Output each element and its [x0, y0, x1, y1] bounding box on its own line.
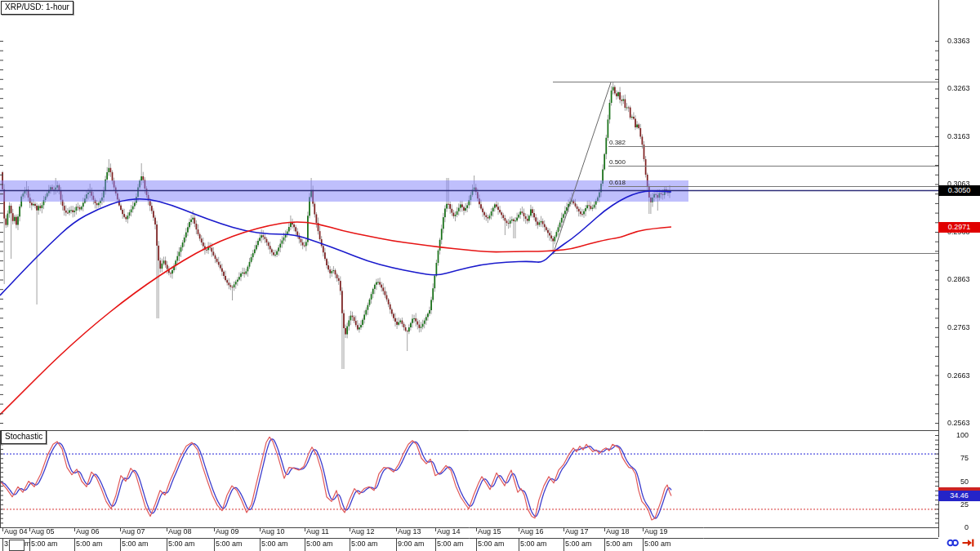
stoch-axis-label: 25 — [947, 500, 969, 509]
stoch-value-marker: 34.46 — [938, 491, 980, 501]
price-axis-label: 0.3363 — [947, 37, 970, 46]
indicator-label: Stochastic — [1, 430, 47, 444]
price-chart-canvas[interactable] — [0, 0, 980, 551]
time-label: 5:00 am — [644, 540, 671, 549]
date-label: Aug 14 — [437, 527, 461, 536]
chart-window: 0.33630.32630.31630.30630.29630.28630.27… — [0, 0, 980, 551]
time-label: 5:00 am — [306, 540, 333, 549]
stoch-axis-label: 75 — [947, 454, 969, 463]
date-label: Aug 08 — [168, 527, 192, 536]
time-label: 5:00 am — [606, 540, 633, 549]
time-label: 5:00 am — [565, 540, 592, 549]
time-label: 5:00 am — [261, 540, 288, 549]
date-label: Aug 13 — [398, 527, 421, 536]
date-label: Aug 17 — [565, 527, 589, 536]
date-label: Aug 07 — [122, 527, 145, 536]
date-label: Aug 10 — [261, 527, 285, 536]
date-label: Aug 16 — [520, 527, 544, 536]
price-axis-label: 0.2763 — [947, 323, 970, 332]
fib-level-label: 0.382 — [609, 139, 626, 146]
time-label: 5:00 am — [351, 540, 378, 549]
stoch-axis-label: 50 — [947, 478, 969, 487]
fib-level-label: 0.618 — [609, 179, 626, 186]
time-axis-handle[interactable] — [9, 540, 24, 551]
time-label: 5:00 am — [31, 540, 58, 549]
time-label: 5:00 am — [520, 540, 547, 549]
symbol-timeframe-label: XRP/USD: 1-hour — [1, 1, 74, 15]
time-label: 9:00 am — [398, 540, 425, 549]
scroll-to-latest-icon[interactable] — [962, 538, 974, 548]
date-label: Aug 19 — [644, 527, 668, 536]
last-price-marker: 0.3050 — [938, 185, 980, 196]
date-label: Aug 06 — [76, 527, 100, 536]
link-icon[interactable] — [947, 538, 960, 548]
date-label: Aug 04 — [4, 527, 28, 536]
stoch-axis-label: 100 — [947, 431, 969, 440]
price-axis-label: 0.3163 — [947, 132, 970, 141]
date-label: Aug 12 — [351, 527, 375, 536]
date-label: Aug 09 — [216, 527, 239, 536]
fib-level-label: 0.500 — [609, 158, 626, 166]
date-label: Aug 15 — [478, 527, 501, 536]
date-label: Aug 11 — [306, 527, 329, 536]
price-axis-label: 0.2663 — [947, 371, 970, 380]
stoch-axis-label: 0 — [947, 523, 969, 532]
time-label: 5:00 am — [478, 540, 505, 549]
date-label: Aug 18 — [606, 527, 630, 536]
time-label: 5:00 am — [122, 540, 149, 549]
time-label: 5:00 am — [437, 540, 464, 549]
ma-price-marker: 0.2971 — [938, 222, 980, 233]
price-axis-label: 0.2563 — [947, 419, 970, 428]
time-label: 5:00 am — [168, 540, 195, 549]
time-label: 5:00 am — [76, 540, 103, 549]
date-label: Aug 05 — [31, 527, 55, 536]
price-axis-label: 0.2863 — [947, 275, 970, 284]
time-label: 5:00 am — [216, 540, 243, 549]
price-axis-label: 0.3263 — [947, 84, 970, 93]
